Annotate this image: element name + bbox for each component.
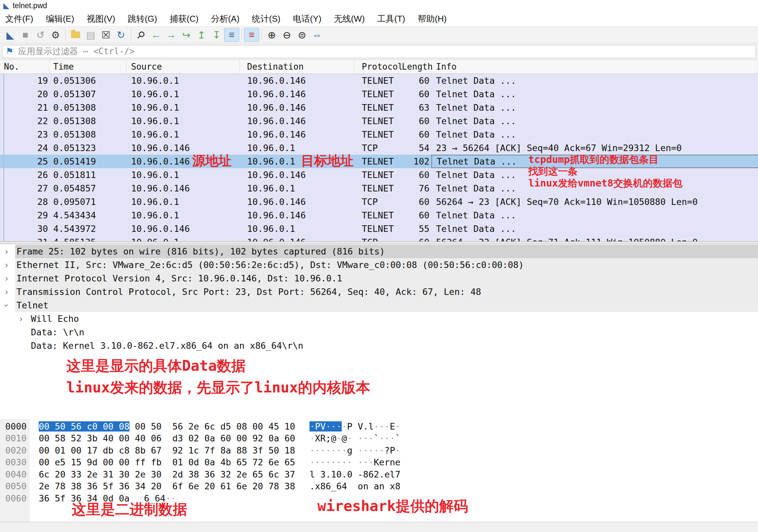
- column-header-no[interactable]: No.: [0, 60, 49, 74]
- cell-src: 10.96.0.1: [126, 102, 240, 113]
- cell-dst: 10.96.0.146: [240, 89, 354, 99]
- zoom-100-icon[interactable]: ⊜: [294, 28, 310, 42]
- open-file-folder-icon[interactable]: [68, 28, 83, 42]
- menu-item[interactable]: 工具(T): [377, 13, 405, 25]
- column-header-time[interactable]: Time: [49, 60, 126, 74]
- cell-dst: 10.96.0.146: [240, 170, 354, 180]
- hex-ascii: ········ ···Kerne: [310, 457, 400, 467]
- hex-bytes: 00 01 00 17 db c8 8b 67 92 1c 7f 8a 88 3…: [39, 445, 295, 455]
- colorize-icon[interactable]: ≡: [244, 28, 259, 42]
- chevron-right-icon[interactable]: ›: [0, 274, 15, 283]
- packet-row-19[interactable]: 190.05130610.96.0.110.96.0.146TELNET60Te…: [0, 74, 758, 87]
- detail-line-1[interactable]: ›Ethernet II, Src: VMware_2e:6c:d5 (00:5…: [0, 258, 758, 272]
- cell-time: 0.051308: [49, 129, 126, 140]
- menu-item[interactable]: 统计(S): [252, 13, 281, 25]
- menu-item[interactable]: 跳转(G): [128, 13, 157, 25]
- hex-offset: 0060: [0, 493, 30, 503]
- hex-rows: 000000 50 56 c0 00 08 00 50 56 2e 6c d5 …: [0, 419, 758, 504]
- detail-line-5[interactable]: ›Will Echo: [0, 312, 758, 325]
- restart-capture-icon[interactable]: ↺: [33, 28, 48, 42]
- title-bar: ◣ telnet.pwd: [0, 0, 758, 11]
- cell-src: 10.96.0.1: [126, 237, 240, 241]
- detail-line-6[interactable]: Data: \r\n: [0, 325, 758, 339]
- zoom-in-icon[interactable]: ⊕: [264, 28, 279, 42]
- packet-row-20[interactable]: 200.05130710.96.0.110.96.0.146TELNET60Te…: [0, 87, 758, 101]
- go-to-bottom-icon[interactable]: ↧: [209, 28, 224, 42]
- hex-row-0020[interactable]: 002000 01 00 17 db c8 8b 67 92 1c 7f 8a …: [0, 444, 758, 456]
- chevron-none: [15, 341, 30, 351]
- hex-offset: 0050: [0, 481, 30, 491]
- cell-time: 0.051307: [49, 89, 126, 99]
- column-header-source[interactable]: Source: [126, 60, 240, 74]
- cell-no: 25: [0, 156, 49, 166]
- auto-scroll-icon[interactable]: ≡: [224, 28, 239, 42]
- menu-item[interactable]: 无线(W): [334, 13, 365, 25]
- chevron-right-icon[interactable]: ›: [0, 247, 15, 256]
- cell-time: 0.051419: [49, 156, 126, 166]
- chevron-none: [15, 327, 30, 337]
- start-capture-fin-icon[interactable]: ◣: [3, 28, 18, 42]
- chevron-right-icon[interactable]: ›: [15, 314, 30, 324]
- packet-row-23[interactable]: 230.05130810.96.0.110.96.0.146TELNET60Te…: [0, 128, 758, 141]
- menu-item[interactable]: 分析(A): [211, 13, 240, 25]
- menu-item[interactable]: 电话(Y): [293, 13, 322, 25]
- detail-line-4[interactable]: ›Telnet: [0, 299, 758, 312]
- cell-no: 27: [0, 183, 49, 193]
- zoom-out-icon[interactable]: ⊖: [279, 28, 294, 42]
- packet-row-29[interactable]: 294.54343410.96.0.110.96.0.146TELNET60Te…: [0, 209, 758, 222]
- detail-line-text: Data: \r\n: [30, 325, 758, 339]
- hex-row-0000[interactable]: 000000 50 56 c0 00 08 00 50 56 2e 6c d5 …: [0, 420, 758, 432]
- packet-row-30[interactable]: 304.54397210.96.0.14610.96.0.1TELNET55Te…: [0, 222, 758, 235]
- display-filter-input[interactable]: ⚑ 应用显示过滤器 ⋯ <Ctrl-/>: [2, 45, 756, 58]
- go-forward-icon[interactable]: →: [164, 28, 179, 42]
- column-header-info[interactable]: Info: [431, 60, 758, 74]
- column-header-length[interactable]: Length: [398, 60, 431, 74]
- packet-row-31[interactable]: 314.58513510.96.0.110.96.0.146TCP6056264…: [0, 235, 758, 241]
- cell-info: 56264 → 23 [ACK] Seq=71 Ack=111 Win=1050…: [431, 235, 758, 241]
- cell-time: 0.095071: [49, 197, 126, 207]
- detail-line-0[interactable]: ›Frame 25: 102 bytes on wire (816 bits),…: [0, 245, 758, 258]
- menu-item[interactable]: 视图(V): [87, 13, 115, 25]
- menu-item[interactable]: 帮助(H): [418, 13, 447, 25]
- toolbar-separator: [241, 29, 242, 40]
- save-file-icon[interactable]: ▤: [83, 28, 98, 42]
- packet-row-28[interactable]: 280.09507110.96.0.110.96.0.146TCP6056264…: [0, 195, 758, 209]
- column-header-destination[interactable]: Destination: [240, 60, 354, 74]
- packet-row-21[interactable]: 210.05130810.96.0.110.96.0.146TELNET63Te…: [0, 101, 758, 114]
- detail-line-text: Ethernet II, Src: VMware_2e:6c:d5 (00:50…: [15, 258, 758, 272]
- reload-file-icon[interactable]: ↻: [113, 28, 128, 42]
- packet-list-header: No.TimeSourceDestinationProtocolLengthIn…: [0, 60, 758, 74]
- go-to-packet-icon[interactable]: ↪: [179, 28, 194, 42]
- capture-options-gear-icon[interactable]: ⚙: [48, 28, 63, 42]
- hex-row-0010[interactable]: 001000 58 52 3b 40 00 40 06 d3 02 0a 60 …: [0, 432, 758, 445]
- go-to-top-icon[interactable]: ↥: [194, 28, 209, 42]
- packet-detail-pane: 这里是显示的具体Data数据 linux发来的数据，先显示了linux的内核版本…: [0, 244, 758, 419]
- packet-row-24[interactable]: 240.05132310.96.0.14610.96.0.1TCP5423 → …: [0, 141, 758, 155]
- hex-row-0030[interactable]: 003000 e5 15 9d 00 00 ff fb 01 0d 0a 4b …: [0, 456, 758, 469]
- packet-row-22[interactable]: 220.05130810.96.0.110.96.0.146TELNET60Te…: [0, 114, 758, 128]
- chevron-right-icon[interactable]: ›: [0, 260, 15, 270]
- find-packet-icon[interactable]: ⚲: [133, 28, 149, 42]
- pane-splitter[interactable]: [0, 241, 758, 244]
- close-file-icon[interactable]: ☒: [98, 28, 113, 42]
- chevron-right-icon[interactable]: ›: [0, 287, 15, 297]
- detail-line-3[interactable]: ›Transmission Control Protocol, Src Port…: [0, 285, 758, 299]
- column-header-protocol[interactable]: Protocol: [354, 60, 398, 74]
- detail-line-text: Data: Kernel 3.10.0-862.el7.x86_64 on an…: [30, 339, 758, 352]
- cell-time: 0.051308: [49, 102, 126, 113]
- resize-columns-icon[interactable]: ⇔: [310, 28, 325, 42]
- hex-row-0050[interactable]: 00502e 78 38 36 5f 36 34 20 6f 6e 20 61 …: [0, 481, 758, 493]
- menu-item[interactable]: 编辑(E): [46, 13, 74, 25]
- detail-line-2[interactable]: ›Internet Protocol Version 4, Src: 10.96…: [0, 272, 758, 285]
- annotation-destination-address: 目标地址: [301, 152, 354, 170]
- chevron-down-icon[interactable]: ›: [0, 300, 15, 310]
- go-back-icon[interactable]: ←: [149, 28, 164, 42]
- cell-no: 28: [0, 197, 49, 207]
- filter-bookmark-icon[interactable]: ⚑: [6, 47, 14, 56]
- filter-placeholder: 应用显示过滤器 ⋯ <Ctrl-/>: [18, 46, 134, 57]
- menu-item[interactable]: 文件(F): [5, 13, 33, 25]
- menu-item[interactable]: 捕获(C): [170, 13, 198, 25]
- stop-capture-icon[interactable]: ■: [18, 28, 33, 42]
- hex-row-0040[interactable]: 00406c 20 33 2e 31 30 2e 30 2d 38 36 32 …: [0, 468, 758, 481]
- detail-line-7[interactable]: Data: Kernel 3.10.0-862.el7.x86_64 on an…: [0, 339, 758, 352]
